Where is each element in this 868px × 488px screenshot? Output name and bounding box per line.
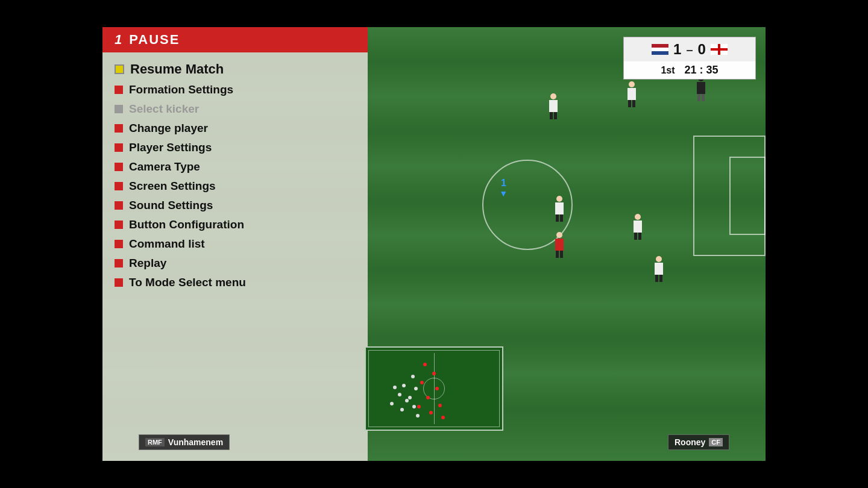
match-time: 21 : 35 (685, 64, 719, 77)
pitch-player-4 (552, 196, 567, 222)
pitch-player-5 (552, 232, 567, 258)
minimap-dot (393, 386, 397, 389)
menu-item-command-list[interactable]: Command list (102, 234, 368, 254)
time-row: 1st 21 : 35 (624, 61, 755, 79)
minimap-dot (398, 393, 401, 396)
minimap-dot (438, 404, 442, 407)
menu-label-screen-settings: Screen Settings (129, 180, 216, 193)
pitch-player-6 (631, 214, 645, 240)
menu-bullet-sound-settings (115, 201, 123, 210)
menu-label-resume: Resume Match (130, 61, 224, 77)
menu-item-change-player[interactable]: Change player (102, 119, 368, 138)
minimap-dot (432, 372, 436, 375)
menu-item-replay[interactable]: Replay (102, 254, 368, 273)
resume-icon (115, 64, 124, 74)
menu-bullet-select-kicker (115, 105, 123, 113)
menu-label-button-config: Button Configuration (129, 218, 244, 231)
pause-menu-list: Resume Match Formation Settings Select k… (102, 52, 368, 298)
pitch-player-2 (624, 81, 639, 108)
minimap-dot (402, 384, 406, 387)
menu-item-camera-type[interactable]: Camera Type (102, 157, 368, 177)
player-left-name: Vunhamenem (168, 437, 223, 447)
menu-label-change-player: Change player (129, 122, 208, 135)
pause-menu-panel: 1 PAUSE Resume Match Formation Settings … (102, 27, 368, 461)
menu-item-player-settings[interactable]: Player Settings (102, 138, 368, 157)
player-right-position: CF (709, 438, 723, 446)
menu-bullet-screen-settings (115, 182, 123, 190)
minimap-dot (423, 363, 427, 366)
menu-label-formation: Formation Settings (129, 83, 233, 96)
menu-bullet-button-config (115, 221, 123, 229)
menu-item-mode-select[interactable]: To Mode Select menu (102, 273, 368, 292)
menu-bullet-player-settings (115, 143, 123, 152)
pause-number: 1 (115, 32, 122, 48)
flag-netherlands (652, 44, 668, 55)
menu-item-button-config[interactable]: Button Configuration (102, 215, 368, 234)
minimap-dot (412, 405, 416, 408)
minimap-dot (411, 375, 415, 378)
menu-label-camera-type: Camera Type (129, 160, 200, 174)
menu-item-formation[interactable]: Formation Settings (102, 80, 368, 99)
pitch-player-7 (652, 256, 666, 283)
menu-bullet-replay (115, 259, 123, 267)
menu-item-screen-settings[interactable]: Screen Settings (102, 177, 368, 196)
minimap-dot (417, 405, 421, 408)
score-row: 1 – 0 (624, 37, 755, 61)
pause-title: PAUSE (129, 32, 180, 48)
menu-item-select-kicker: Select kicker (102, 99, 368, 119)
minimap-dot (426, 396, 430, 399)
menu-bullet-mode-select (115, 278, 123, 287)
player-right-name: Rooney (675, 437, 705, 447)
score-team1: 1 (673, 41, 681, 58)
score-team2: 0 (698, 41, 706, 58)
minimap-dot (435, 387, 439, 390)
goal-area (729, 157, 766, 235)
menu-bullet-command-list (115, 240, 123, 248)
player-number-indicator: 1 (501, 178, 506, 189)
minimap-dot (390, 402, 394, 405)
player-right-tag: Rooney CF (668, 434, 729, 450)
minimap-dot (400, 408, 404, 411)
game-screen: 1 ▼ 1 PAUSE Resume Match Formation Setti… (102, 27, 766, 461)
menu-bullet-formation (115, 86, 123, 94)
minimap-dot (429, 411, 433, 414)
minimap-dot (414, 387, 418, 390)
minimap-dot (408, 396, 412, 399)
minimap (365, 346, 503, 431)
menu-label-sound-settings: Sound Settings (129, 199, 213, 212)
menu-label-replay: Replay (129, 257, 166, 270)
menu-item-sound-settings[interactable]: Sound Settings (102, 196, 368, 215)
minimap-dot (441, 416, 445, 419)
flag-england (711, 44, 728, 55)
minimap-outer-border (368, 350, 500, 427)
pitch-player-1 (546, 93, 561, 120)
score-separator: – (686, 43, 693, 57)
player-left-tag: RMF Vunhamenem (139, 434, 230, 450)
menu-label-mode-select: To Mode Select menu (129, 276, 246, 289)
minimap-dot (405, 399, 409, 402)
score-panel: 1 – 0 1st 21 : 35 (623, 37, 756, 80)
menu-label-select-kicker: Select kicker (129, 102, 199, 116)
menu-bullet-change-player (115, 124, 123, 133)
menu-label-player-settings: Player Settings (129, 141, 212, 154)
menu-label-command-list: Command list (129, 237, 205, 251)
menu-item-resume[interactable]: Resume Match (102, 58, 368, 80)
player-left-badge: RMF (145, 438, 165, 446)
period-text: 1st (661, 65, 675, 76)
player-arrow: ▼ (499, 189, 508, 198)
menu-bullet-camera-type (115, 163, 123, 171)
pause-header: 1 PAUSE (102, 27, 368, 52)
minimap-dot (416, 414, 420, 418)
minimap-dot (420, 381, 424, 384)
